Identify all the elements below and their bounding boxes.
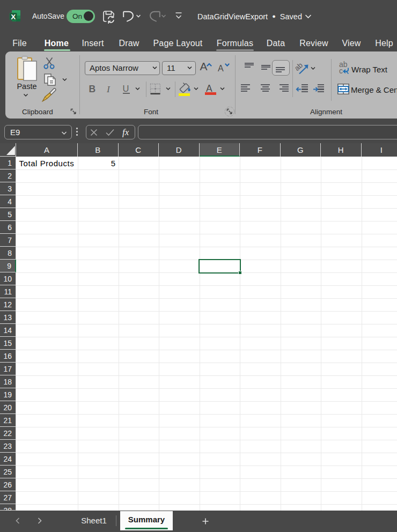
svg-text:X: X <box>11 13 16 21</box>
